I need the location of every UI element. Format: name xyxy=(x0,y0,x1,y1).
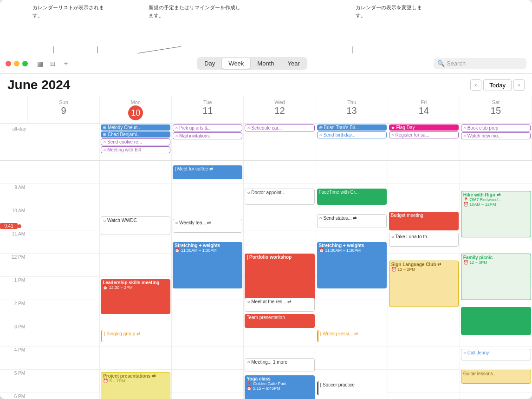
event-singing-group[interactable]: | Singing group ⇄ xyxy=(101,330,170,342)
event-yoga-class[interactable]: Yoga class 📍 Golden Gate Park ⏰ 5:15 – 6… xyxy=(245,375,314,399)
event-hike-rigo[interactable]: Hike with Rigo ⇄ 📍 7867 Redwood... ⏰ 10A… xyxy=(461,191,531,237)
traffic-lights xyxy=(6,61,28,66)
day-col-tue: | Meet for coffee ⇄ ○ Weekly tea... ⇄ St… xyxy=(172,161,244,399)
tab-week[interactable]: Week xyxy=(222,58,250,69)
time-10am: 10 AM xyxy=(0,207,28,230)
time-12pm: 12 PM xyxy=(0,254,28,277)
tooltip-1: カレンダーリストが表示されます。 xyxy=(32,4,107,19)
allday-event-pickup-arts[interactable]: ○ Pick up arts &... xyxy=(173,124,242,131)
inbox-icon[interactable]: ⊟ xyxy=(48,59,58,68)
allday-cell-thu: ⊕ Brian Tran's Bir... ○ Send birthday... xyxy=(316,124,388,160)
allday-row: all-day ⊕ Melody Cheun... ⊕ Chad Benjami… xyxy=(0,124,532,161)
time-grid: 9 AM 10 AM 11 AM 12 PM 1 PM 2 PM 3 PM 4 … xyxy=(0,161,532,399)
event-budget-meeting[interactable]: Budget meeting xyxy=(389,212,459,230)
time-9am: 9 AM xyxy=(0,184,28,207)
prev-button[interactable]: ‹ xyxy=(470,79,481,91)
navigation-buttons: ‹ Today › xyxy=(470,79,525,91)
event-leadership[interactable]: Leadership skills meeting ⏰ 12:30 – 2PM xyxy=(101,279,170,314)
tooltip-2: 新規の予定またはリマインダーを作成します。 xyxy=(149,4,241,19)
day-header-fri: Fri 14 xyxy=(388,96,460,123)
day-header-thu: Thu 13 xyxy=(316,96,388,123)
allday-label: all-day xyxy=(0,124,28,160)
add-event-icon[interactable]: ＋ xyxy=(61,59,71,68)
time-2pm: 2 PM xyxy=(0,300,28,323)
day-header-sat: Sat 15 xyxy=(460,96,532,123)
event-soccer-practice[interactable]: | Soccer practice xyxy=(317,381,387,395)
day-col-fri: Budget meeting ○ Take Luna to th... Sign… xyxy=(388,161,460,399)
event-send-status[interactable]: ○ Send status... ⇄ xyxy=(317,214,387,228)
time-11am: 11 AM xyxy=(0,230,28,254)
event-stretching-tue[interactable]: Stretching + weights ⏰ 11:30AM – 1:30PM xyxy=(173,242,242,288)
time-5pm: 5 PM xyxy=(0,370,28,393)
event-sign-language[interactable]: Sign Language Club ⇄ ⏰ 12 – 2PM xyxy=(389,261,459,307)
allday-event-register[interactable]: ○ Register for sa... xyxy=(389,131,459,138)
allday-event-mail-inv[interactable]: ○ Mail invitations xyxy=(173,132,242,139)
event-doctor[interactable]: ○ Doctor appoint... xyxy=(245,189,314,205)
day-col-sun xyxy=(28,161,100,399)
event-writing-session[interactable]: | Writing sessi... ⇄ xyxy=(317,330,387,342)
tab-year[interactable]: Year xyxy=(281,58,306,69)
day-col-thu: FaceTime with Gr... ○ Send status... ⇄ S… xyxy=(316,161,388,399)
allday-event-flag-day[interactable]: ★ Flag Day xyxy=(389,124,459,131)
day-header-wed: Wed 12 xyxy=(244,96,316,123)
time-3pm: 3 PM xyxy=(0,323,28,347)
allday-cell-sat: ○ Book club prep ○ Watch new mo... xyxy=(460,124,532,160)
event-meet-coffee[interactable]: | Meet for coffee ⇄ xyxy=(173,165,242,179)
allday-event-meeting-bill[interactable]: ○ Meeting with Bill xyxy=(101,146,170,153)
allday-event-watch-movie[interactable]: ○ Watch new mo... xyxy=(461,132,531,139)
allday-event-schedule-car[interactable]: ○ Schedule car... xyxy=(245,124,314,131)
maximize-button[interactable] xyxy=(22,61,28,66)
event-project-presentations[interactable]: Project presentations ⇄ ⏰ 5 – 7PM xyxy=(101,372,170,399)
allday-cell-mon: ⊕ Melody Cheun... ⊕ Chad Benjami... ○ Se… xyxy=(100,124,172,160)
search-placeholder: Search xyxy=(447,60,466,67)
time-6pm: 6 PM xyxy=(0,393,28,399)
calendar-list-icon[interactable]: ▦ xyxy=(35,59,45,68)
day-col-sat: Hike with Rigo ⇄ 📍 7867 Redwood... ⏰ 10A… xyxy=(460,161,532,399)
day-col-wed: ○ Doctor appoint... | Portfolio workshop… xyxy=(244,161,316,399)
time-1pm: 1 PM xyxy=(0,277,28,300)
time-labels: 9 AM 10 AM 11 AM 12 PM 1 PM 2 PM 3 PM 4 … xyxy=(0,161,28,399)
day-headers: Sun 9 Mon 10 Tue 11 Wed 12 Thu 13 Fri 14… xyxy=(0,96,532,124)
event-call-jenny[interactable]: ○ Call Jenny xyxy=(461,349,531,360)
close-button[interactable] xyxy=(6,61,11,66)
allday-event-send-bday[interactable]: ○ Send birthday... xyxy=(317,131,387,138)
event-green-bar xyxy=(461,307,531,335)
svg-line-2 xyxy=(137,46,181,53)
tooltip-3: カレンダーの表示を変更します。 xyxy=(356,4,430,19)
day-header-tue: Tue 11 xyxy=(172,96,244,123)
event-meeting-more[interactable]: ○ Meeting... 1 more xyxy=(245,358,314,372)
tab-month[interactable]: Month xyxy=(251,58,280,69)
tab-day[interactable]: Day xyxy=(198,58,221,69)
minimize-button[interactable] xyxy=(14,61,19,66)
time-grid-wrapper: 9 AM 10 AM 11 AM 12 PM 1 PM 2 PM 3 PM 4 … xyxy=(0,161,532,399)
calendar-header: June 2024 ‹ Today › xyxy=(0,74,532,96)
time-4pm: 4 PM xyxy=(0,347,28,370)
month-title: June 2024 xyxy=(7,78,470,92)
allday-event-brian[interactable]: ⊕ Brian Tran's Bir... xyxy=(317,124,387,131)
event-stretching-thu[interactable]: Stretching + weights ⏰ 11:30AM – 1:30PM xyxy=(317,242,387,288)
event-facetime[interactable]: FaceTime with Gr... xyxy=(317,189,387,205)
search-bar[interactable]: 🔍 Search xyxy=(434,58,526,69)
day-col-mon: ○ Watch WWDC Leadership skills meeting ⏰… xyxy=(100,161,172,399)
allday-cell-sun xyxy=(28,124,100,160)
allday-event-cookie[interactable]: ○ Send cookie re... xyxy=(101,138,170,145)
calendar-app: カレンダーリストが表示されます。 新規の予定またはリマインダーを作成します。 カ… xyxy=(0,0,532,399)
next-button[interactable]: › xyxy=(513,79,525,91)
event-meet-res[interactable]: ○ Meet at the res... ⇄ xyxy=(245,298,314,312)
event-take-luna[interactable]: ○ Take Luna to th... xyxy=(389,233,459,247)
titlebar-icons: ▦ ⊟ ＋ xyxy=(35,59,71,68)
today-button[interactable]: Today xyxy=(483,79,512,91)
event-weekly-tea[interactable]: ○ Weekly tea... ⇄ xyxy=(173,219,242,233)
event-watch-wwdc[interactable]: ○ Watch WWDC xyxy=(101,216,170,235)
day-header-mon: Mon 10 xyxy=(100,96,172,123)
allday-event-book-club[interactable]: ○ Book club prep xyxy=(461,124,531,131)
event-family-picnic[interactable]: Family picnic ⏰ 12 – 3PM xyxy=(461,254,531,300)
event-portfolio-workshop[interactable]: | Portfolio workshop xyxy=(245,254,314,300)
event-guitar-lessons[interactable]: Guitar lessons... xyxy=(461,370,531,384)
allday-event-melody[interactable]: ⊕ Melody Cheun... xyxy=(101,124,170,131)
event-team-presentation[interactable]: Team presentation xyxy=(245,314,314,328)
search-icon: 🔍 xyxy=(437,60,445,67)
allday-event-chad[interactable]: ⊕ Chad Benjami... xyxy=(101,131,170,137)
view-tabs: Day Week Month Year xyxy=(197,57,307,70)
tooltip-area: カレンダーリストが表示されます。 新規の予定またはリマインダーを作成します。 カ… xyxy=(0,0,532,53)
